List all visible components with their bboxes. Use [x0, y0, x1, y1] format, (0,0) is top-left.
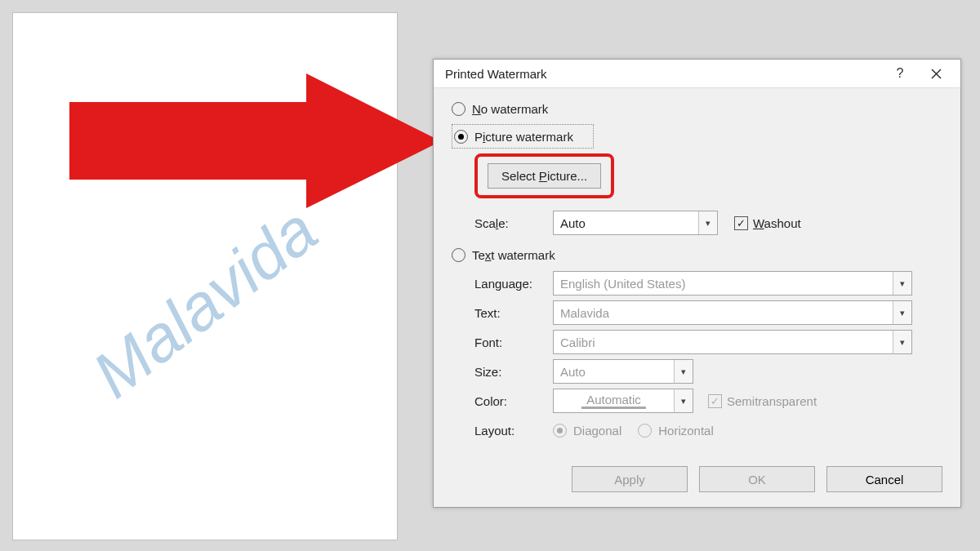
- chevron-down-icon: ▾: [674, 389, 693, 412]
- size-combo: Auto ▾: [553, 359, 693, 384]
- color-combo: Automatic ▾: [553, 389, 693, 413]
- help-button[interactable]: ?: [882, 60, 918, 87]
- radio-icon: [454, 130, 468, 144]
- language-label: Language:: [474, 277, 553, 291]
- select-picture-button[interactable]: Select Picture...: [488, 163, 601, 189]
- chevron-down-icon: ▾: [674, 360, 693, 383]
- scale-label: Scale:: [474, 216, 553, 230]
- close-icon: [931, 69, 942, 79]
- layout-diagonal-radio: Diagonal: [553, 424, 621, 438]
- radio-text-watermark[interactable]: Text watermark: [452, 244, 942, 265]
- document-page: Malavida: [12, 12, 398, 540]
- layout-label: Layout:: [474, 424, 553, 438]
- font-combo: Calibri ▾: [553, 330, 912, 354]
- radio-icon: [553, 424, 567, 438]
- chevron-down-icon: ▾: [893, 301, 911, 324]
- semitransparent-label: Semitransparent: [727, 394, 817, 408]
- radio-icon: [452, 102, 466, 116]
- chevron-down-icon: ▾: [698, 211, 717, 234]
- chevron-down-icon: ▾: [893, 331, 911, 353]
- color-label: Color:: [474, 394, 553, 408]
- ok-button[interactable]: OK: [699, 466, 815, 492]
- printed-watermark-dialog: Printed Watermark ? No watermark Picture…: [433, 59, 961, 508]
- apply-button[interactable]: Apply: [572, 466, 688, 492]
- select-picture-highlight: Select Picture...: [474, 153, 614, 198]
- washout-checkbox[interactable]: ✓: [734, 216, 748, 230]
- semitransparent-checkbox: ✓: [708, 394, 722, 408]
- font-label: Font:: [474, 335, 553, 349]
- watermark-preview: Malavida: [79, 193, 332, 413]
- radio-no-watermark[interactable]: No watermark: [452, 98, 942, 119]
- close-button[interactable]: [918, 60, 954, 87]
- dialog-title: Printed Watermark: [445, 67, 546, 81]
- radio-icon: [452, 248, 466, 262]
- cancel-button[interactable]: Cancel: [826, 466, 942, 492]
- size-label: Size:: [474, 365, 553, 379]
- text-combo: Malavida ▾: [553, 300, 912, 325]
- dialog-titlebar: Printed Watermark ?: [434, 60, 960, 88]
- radio-icon: [638, 424, 652, 438]
- radio-picture-watermark[interactable]: Picture watermark: [452, 124, 594, 149]
- chevron-down-icon: ▾: [893, 272, 911, 295]
- text-label: Text:: [474, 306, 553, 320]
- scale-combo[interactable]: Auto ▾: [553, 211, 718, 235]
- washout-label: Washout: [753, 216, 801, 230]
- layout-horizontal-radio: Horizontal: [638, 424, 714, 438]
- language-combo: English (United States) ▾: [553, 271, 912, 295]
